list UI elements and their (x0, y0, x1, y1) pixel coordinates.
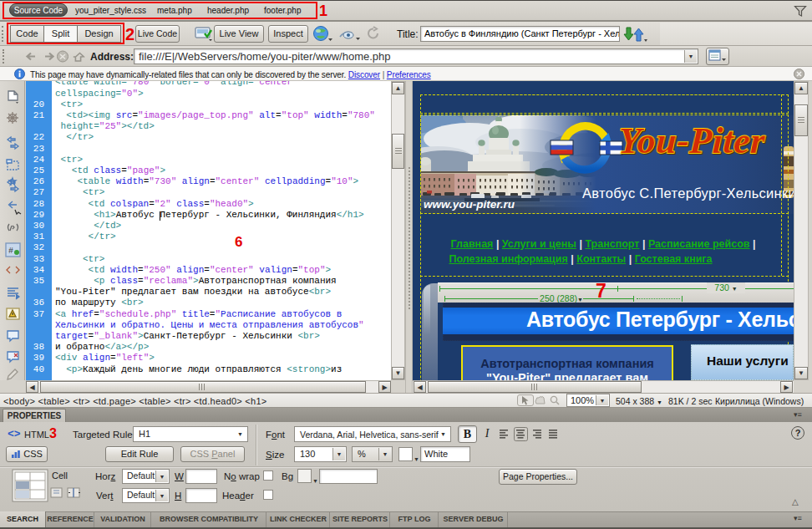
svg-text:#: # (8, 247, 13, 256)
